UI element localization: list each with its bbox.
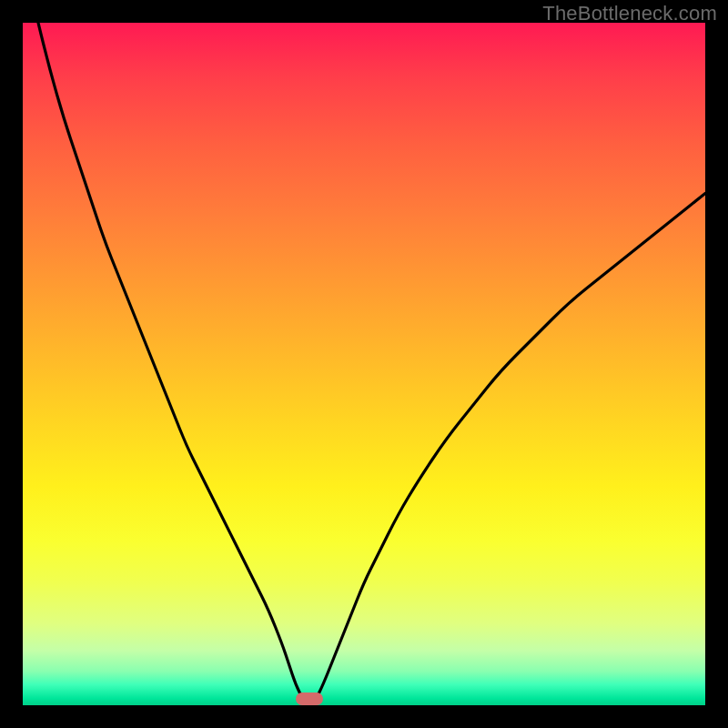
watermark-text: TheBottleneck.com	[542, 2, 717, 25]
plot-area	[23, 23, 705, 705]
bottleneck-curve	[23, 23, 705, 705]
optimum-marker	[296, 693, 323, 705]
chart-frame: TheBottleneck.com	[0, 0, 728, 728]
